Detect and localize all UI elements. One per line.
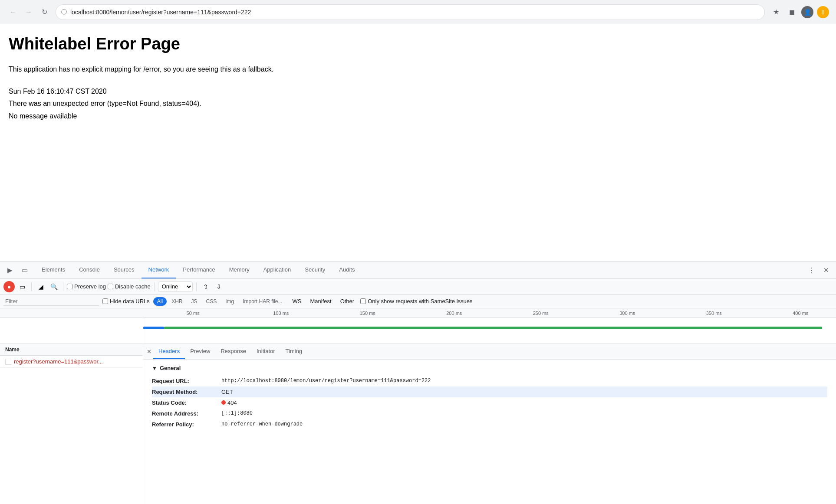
no-message: No message available (9, 110, 827, 123)
detail-tab-response[interactable]: Response (215, 344, 251, 359)
close-devtools-button[interactable]: ✕ (820, 264, 833, 277)
status-code-key: Status Code: (152, 399, 221, 406)
preserve-log-label[interactable]: Preserve log (67, 283, 106, 290)
filter-css-button[interactable]: CSS (202, 297, 221, 306)
toolbar-divider-2 (63, 282, 63, 291)
nav-buttons: ← → ↻ (7, 6, 50, 18)
hide-data-urls-label[interactable]: Hide data URLs (102, 298, 150, 304)
more-options-button[interactable]: ⋮ (805, 264, 818, 277)
list-item[interactable]: register?username=111&passwor... (0, 356, 143, 368)
devtools-toolbar: ● ▭ ◢ 🔍 Preserve log Disable cache Onlin… (0, 279, 836, 295)
disable-cache-label[interactable]: Disable cache (108, 283, 151, 290)
error-details: Sun Feb 16 16:10:47 CST 2020 There was a… (9, 85, 827, 123)
devtools-panel: ▶ ▭ Elements Console Sources Network Per… (0, 261, 836, 504)
toolbar-divider-1 (31, 282, 32, 291)
timeline-bars-name-col (0, 318, 143, 344)
forward-button[interactable]: → (23, 6, 35, 18)
detail-tab-headers[interactable]: Headers (153, 344, 185, 359)
detail-row-referrer-policy: Referrer Policy: no-referrer-when-downgr… (152, 419, 827, 430)
hide-data-urls-checkbox[interactable] (102, 298, 108, 304)
filter-ws-button[interactable]: WS (290, 297, 304, 305)
detail-tab-initiator[interactable]: Initiator (251, 344, 280, 359)
tab-performance[interactable]: Performance (176, 262, 222, 278)
ruler-mark-250: 250 ms (533, 311, 549, 316)
close-detail-button[interactable]: ✕ (147, 348, 151, 355)
import-button[interactable]: ⇧ (200, 281, 211, 292)
tab-audits[interactable]: Audits (332, 262, 362, 278)
bookmark-icon[interactable]: ★ (770, 6, 782, 18)
back-button[interactable]: ← (7, 6, 19, 18)
filter-xhr-button[interactable]: XHR (168, 297, 186, 306)
timeline-bar-green (164, 327, 822, 329)
filter-button[interactable]: ◢ (35, 281, 46, 292)
network-throttle-select[interactable]: Online Slow 3G Fast 3G Offline (158, 281, 193, 292)
samesite-label[interactable]: Only show requests with SameSite issues (360, 298, 472, 304)
section-title: ▼ General (152, 365, 827, 371)
samesite-checkbox[interactable] (360, 298, 366, 304)
reload-button[interactable]: ↻ (38, 6, 50, 18)
filter-type-buttons: All XHR JS CSS Img Import HAR file... (153, 297, 286, 306)
filter-other-button[interactable]: Other (338, 297, 357, 305)
ruler-mark-350: 350 ms (706, 311, 722, 316)
detail-tab-timing[interactable]: Timing (280, 344, 308, 359)
request-method-val: GET (221, 389, 827, 395)
timeline-ruler: 50 ms 100 ms 150 ms 200 ms 250 ms 300 ms… (0, 308, 836, 318)
item-name: register?username=111&passwor... (14, 358, 138, 365)
timeline-bars (0, 318, 836, 344)
search-button[interactable]: 🔍 (48, 281, 59, 292)
ruler-mark-150: 150 ms (360, 311, 375, 316)
toolbar-divider-3 (154, 282, 155, 291)
filter-bar: Hide data URLs All XHR JS CSS Img Import… (0, 295, 836, 308)
device-toolbar-button[interactable]: ▭ (18, 264, 31, 277)
url-text: localhost:8080/lemon/user/register?usern… (70, 9, 759, 16)
filter-manifest-button[interactable]: Manifest (308, 297, 334, 305)
profile-icon[interactable]: 👤 (801, 6, 813, 18)
ruler-mark-200: 200 ms (446, 311, 462, 316)
lock-icon: ⓘ (61, 8, 67, 16)
preserve-log-checkbox[interactable] (67, 284, 72, 289)
timeline-ruler-marks: 50 ms 100 ms 150 ms 200 ms 250 ms 300 ms… (143, 308, 836, 317)
filter-js-button[interactable]: JS (187, 297, 201, 306)
detail-row-request-method: Request Method: GET (152, 386, 827, 397)
tab-console[interactable]: Console (72, 262, 107, 278)
detail-tab-preview[interactable]: Preview (185, 344, 215, 359)
cast-icon[interactable]: ◼ (786, 6, 798, 18)
hide-data-urls-text: Hide data URLs (110, 298, 150, 304)
tab-sources[interactable]: Sources (107, 262, 142, 278)
filter-input[interactable] (3, 297, 99, 306)
import-har-button[interactable]: Import HAR file... (239, 297, 286, 306)
filter-img-button[interactable]: Img (221, 297, 238, 306)
timestamp: Sun Feb 16 16:10:47 CST 2020 (9, 85, 827, 98)
disable-cache-checkbox[interactable] (108, 284, 113, 289)
timeline-bar-blue (143, 327, 164, 329)
detail-panel: ✕ Headers Preview Response Initiator Tim… (143, 344, 836, 504)
devtools-tabs: Elements Console Sources Network Perform… (35, 262, 805, 278)
detail-tabs: ✕ Headers Preview Response Initiator Tim… (143, 344, 836, 360)
address-bar[interactable]: ⓘ localhost:8080/lemon/user/register?use… (56, 4, 765, 20)
inspect-element-button[interactable]: ▶ (3, 264, 16, 277)
page-content: Whitelabel Error Page This application h… (0, 24, 836, 133)
name-panel: Name register?username=111&passwor... (0, 344, 143, 504)
record-button[interactable]: ● (3, 281, 15, 292)
main-panel: Name register?username=111&passwor... ✕ … (0, 344, 836, 504)
name-panel-header: Name (0, 344, 143, 356)
ruler-mark-100: 100 ms (273, 311, 289, 316)
browser-chrome: ← → ↻ ⓘ localhost:8080/lemon/user/regist… (0, 0, 836, 24)
update-icon[interactable]: ⇧ (817, 6, 829, 18)
toolbar-right: ★ ◼ 👤 ⇧ (770, 6, 829, 18)
timeline-bar-area (143, 318, 836, 344)
detail-row-status-code: Status Code: 404 (152, 397, 827, 408)
filter-all-button[interactable]: All (153, 297, 167, 306)
clear-button[interactable]: ▭ (16, 281, 28, 292)
section-chevron[interactable]: ▼ (152, 365, 157, 371)
ruler-mark-400: 400 ms (793, 311, 808, 316)
tab-security[interactable]: Security (298, 262, 332, 278)
name-panel-title: Name (5, 347, 20, 353)
tab-application[interactable]: Application (257, 262, 298, 278)
tab-elements[interactable]: Elements (35, 262, 72, 278)
export-button[interactable]: ⇩ (213, 281, 224, 292)
devtools-tab-actions: ⋮ ✕ (805, 264, 833, 277)
tab-memory[interactable]: Memory (222, 262, 257, 278)
tab-network[interactable]: Network (142, 262, 176, 278)
referrer-policy-val: no-referrer-when-downgrade (221, 421, 827, 428)
